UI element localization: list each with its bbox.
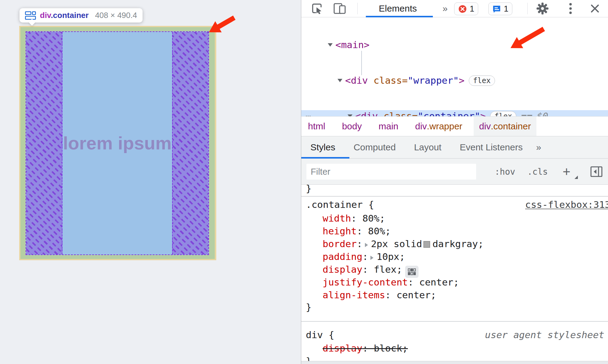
flex-editor-icon — [408, 268, 416, 275]
inspect-element-button[interactable] — [309, 0, 326, 17]
user-agent-stylesheet-label: user agent stylesheet — [485, 328, 604, 341]
css-property-border[interactable]: border:2px soliddarkgray; — [301, 237, 608, 250]
inspect-cursor-icon — [312, 3, 323, 14]
devtools-window: lorem ipsum div.container 408 × 490.4 — [0, 0, 608, 364]
inspected-page-viewport: lorem ipsum div.container 408 × 490.4 — [0, 0, 301, 364]
css-property-padding[interactable]: padding:10px; — [301, 250, 608, 263]
flex-overlay-content-area: lorem ipsum — [26, 31, 209, 255]
dom-node-main[interactable]: <main> — [301, 39, 608, 51]
new-style-rule-button[interactable]: + — [563, 159, 571, 185]
css-property-align-items[interactable]: align-items: center; — [301, 289, 608, 301]
toolbar-divider — [527, 3, 528, 14]
stylesheet-source-link[interactable]: css-flexbox:313 — [525, 198, 608, 211]
toggle-classes-button[interactable]: .cls — [527, 159, 548, 185]
tab-elements[interactable]: Elements — [375, 0, 421, 17]
tab-styles[interactable]: Styles — [301, 136, 345, 158]
message-icon — [492, 5, 501, 13]
rule-div-selector[interactable]: div {user agent stylesheet — [301, 328, 608, 341]
gear-icon — [536, 2, 549, 15]
rule-separator — [301, 321, 608, 322]
shorthand-expand-icon[interactable] — [370, 256, 373, 260]
expand-triangle-icon[interactable] — [338, 79, 342, 82]
kebab-menu-button[interactable] — [563, 0, 578, 17]
breadcrumb-div-wrapper[interactable]: div.wrapper — [415, 117, 462, 136]
panel-toggle-icon — [590, 166, 603, 177]
error-count: 1 — [470, 4, 474, 14]
settings-button[interactable] — [534, 0, 551, 17]
issues-count: 1 — [504, 4, 508, 14]
tab-computed[interactable]: Computed — [345, 136, 405, 158]
dom-node-wrapper[interactable]: <div class="wrapper">flex — [301, 75, 608, 86]
more-tabs-chevron[interactable]: » — [438, 0, 452, 17]
css-property-width[interactable]: width: 80%; — [301, 212, 608, 225]
error-icon — [458, 5, 467, 13]
flex-layout-icon — [25, 11, 36, 20]
sidebar-tabs: Styles Computed Layout Event Listeners » — [301, 136, 608, 159]
next-section-separator — [301, 361, 608, 364]
breadcrumb-main[interactable]: main — [379, 117, 398, 136]
tooltip-class-name: .container — [51, 11, 89, 20]
tooltip-tag-name: div — [40, 11, 51, 20]
error-count-badge[interactable]: 1 — [454, 2, 478, 15]
css-property-height[interactable]: height: 80%; — [301, 225, 608, 237]
breadcrumb-div-container-selected[interactable]: div.container — [474, 117, 536, 136]
toolbar-divider — [357, 3, 358, 14]
darkgray-color-swatch[interactable] — [423, 241, 430, 248]
rule-container-close-brace: } — [301, 301, 608, 313]
toggle-sidebar-panel-button[interactable] — [590, 159, 603, 185]
styles-pane: } .container {css-flexbox:313 width: 80%… — [301, 185, 608, 364]
shorthand-expand-icon[interactable] — [365, 243, 368, 247]
dom-indent-guide — [361, 51, 362, 75]
tooltip-selector: div.container — [40, 11, 89, 20]
styles-filter-bar: :hov .cls + — [301, 159, 608, 185]
more-sidebar-tabs-chevron[interactable]: » — [536, 142, 541, 152]
rule-separator — [301, 196, 608, 197]
css-property-justify-content[interactable]: justify-content: center; — [301, 276, 608, 289]
expand-triangle-icon[interactable] — [328, 43, 333, 47]
devtools-toolbar: Elements » 1 1 — [301, 0, 608, 17]
toggle-hover-state-button[interactable]: :hov — [495, 159, 515, 185]
flex-free-space-hatch-left — [26, 32, 62, 254]
breadcrumb-body[interactable]: body — [342, 117, 362, 136]
tab-layout[interactable]: Layout — [405, 136, 451, 158]
tooltip-dimensions: 408 × 490.4 — [95, 11, 137, 20]
close-icon — [590, 4, 600, 13]
flex-badge[interactable]: flex — [469, 75, 495, 86]
devtools-panel: Elements » 1 1 — [301, 0, 608, 364]
new-rule-dropdown-corner — [574, 176, 578, 179]
page-heading: lorem ipsum — [63, 133, 172, 154]
device-toolbar-icon — [333, 3, 346, 14]
breadcrumb-html[interactable]: html — [308, 117, 325, 136]
rule-container-selector[interactable]: .container {css-flexbox:313 — [301, 198, 608, 211]
css-property-display-overridden[interactable]: display: block; — [301, 342, 608, 355]
previous-rule-close-brace: } — [301, 185, 608, 195]
flex-overlay-border-area: lorem ipsum — [19, 26, 216, 260]
css-property-display[interactable]: display: flex; — [301, 263, 608, 276]
element-dimensions-tooltip: div.container 408 × 490.4 — [19, 8, 143, 23]
styles-filter-input[interactable] — [306, 164, 476, 180]
close-devtools-button[interactable] — [586, 0, 603, 17]
tab-event-listeners[interactable]: Event Listeners — [451, 136, 532, 158]
toggle-device-toolbar-button[interactable] — [331, 0, 349, 17]
breadcrumb: html body main div.wrapper div.container — [301, 116, 608, 136]
kebab-menu-icon — [569, 3, 572, 14]
dom-tag-main: <main> — [335, 39, 369, 51]
flex-free-space-hatch-right — [172, 32, 208, 254]
issues-count-badge[interactable]: 1 — [488, 2, 512, 15]
